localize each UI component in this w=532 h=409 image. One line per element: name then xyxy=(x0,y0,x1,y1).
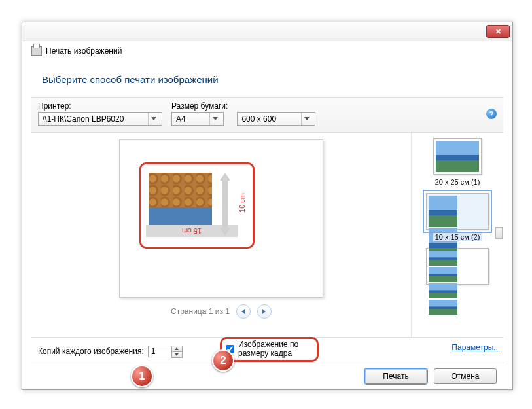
paper-field: Размер бумаги: A4 xyxy=(171,101,228,126)
printer-field: Принтер: \\1-ПК\Canon LBP6020 xyxy=(38,101,162,126)
layout-caption: 10 x 15 см (2) xyxy=(433,232,483,241)
copies-input[interactable] xyxy=(148,346,171,357)
titlebar: ✕ xyxy=(22,22,512,41)
copies-spinner[interactable] xyxy=(148,346,183,358)
layout-option-10x15[interactable]: 10 x 15 см (2) xyxy=(412,193,503,241)
dialog-heading: Выберите способ печати изображений xyxy=(31,65,503,97)
help-icon[interactable]: ? xyxy=(486,109,497,119)
vertical-ruler-label: 10 cm xyxy=(238,193,246,213)
layout-caption: 20 x 25 см (1) xyxy=(433,177,483,187)
preview-image-content xyxy=(149,173,212,207)
close-button[interactable]: ✕ xyxy=(486,25,510,38)
chevron-down-icon xyxy=(301,113,312,125)
layout-option-20x25[interactable]: 20 x 25 см (1) xyxy=(412,138,503,187)
paper-value: A4 xyxy=(176,115,186,124)
preview-pane: 15 cm 10 cm Страница 1 из 1 xyxy=(31,133,411,337)
printer-icon xyxy=(31,46,42,56)
scrollbar-thumb[interactable] xyxy=(495,227,503,239)
paginator: Страница 1 из 1 xyxy=(171,304,272,319)
printer-combo[interactable]: \\1-ПК\Canon LBP6020 xyxy=(38,112,162,126)
spinner-buttons[interactable] xyxy=(171,346,183,358)
resolution-label xyxy=(237,101,315,112)
print-toolbar: Принтер: \\1-ПК\Canon LBP6020 Размер бум… xyxy=(31,97,503,133)
close-icon: ✕ xyxy=(495,27,501,36)
print-pictures-dialog: ✕ Печать изображений Выберите способ печ… xyxy=(22,22,513,390)
layout-thumb xyxy=(426,248,489,285)
layout-thumb xyxy=(426,193,489,230)
resolution-field: 600 x 600 xyxy=(237,101,315,126)
chevron-down-icon xyxy=(209,113,221,125)
footer: Печать Отмена xyxy=(31,363,503,384)
layout-option-4up[interactable] xyxy=(412,248,503,296)
resolution-value: 600 x 600 xyxy=(241,115,276,124)
layout-list[interactable]: 20 x 25 см (1) 10 x 15 см (2) xyxy=(411,133,503,337)
cancel-button[interactable]: Отмена xyxy=(434,368,497,384)
layout-caption xyxy=(455,293,460,294)
print-button[interactable]: Печать xyxy=(364,368,427,384)
annotation-badge-1: 1 xyxy=(131,365,153,387)
page-status: Страница 1 из 1 xyxy=(171,307,230,316)
cancel-button-label: Отмена xyxy=(451,372,479,381)
dialog-subtitle: Печать изображений xyxy=(22,41,512,56)
print-button-label: Печать xyxy=(383,372,408,381)
options-link[interactable]: Параметры.. xyxy=(452,343,498,352)
next-page-button[interactable] xyxy=(257,304,272,319)
printer-value: \\1-ПК\Canon LBP6020 xyxy=(43,115,124,124)
paper-label: Размер бумаги: xyxy=(171,101,228,112)
annotation-highlight-2: Изображение по размеру кадра xyxy=(220,337,319,362)
annotation-badge-2: 2 xyxy=(212,349,234,372)
paper-combo[interactable]: A4 xyxy=(171,112,224,126)
printer-label: Принтер: xyxy=(38,101,162,112)
prev-page-button[interactable] xyxy=(236,304,251,319)
options-row: Копий каждого изображения: Изображение п… xyxy=(31,338,503,363)
vertical-ruler-icon: 10 cm xyxy=(218,173,232,236)
resolution-combo[interactable]: 600 x 600 xyxy=(237,112,315,126)
content-area: 15 cm 10 cm Страница 1 из 1 20 x 25 см (… xyxy=(31,133,503,338)
fit-to-frame-label: Изображение по размеру кадра xyxy=(238,340,310,359)
layout-thumb xyxy=(433,138,482,175)
horizontal-ruler-label: 15 cm xyxy=(182,227,202,235)
page-preview: 15 cm 10 cm xyxy=(119,139,323,298)
chevron-down-icon xyxy=(148,113,159,125)
copies-label: Копий каждого изображения: xyxy=(38,347,144,356)
dialog-title-text: Печать изображений xyxy=(46,46,122,56)
